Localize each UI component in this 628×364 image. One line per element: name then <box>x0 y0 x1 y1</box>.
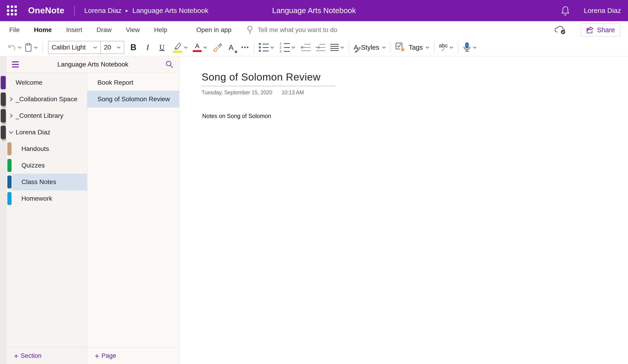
section-group-content-library[interactable]: _Content Library <box>6 108 87 124</box>
section-item-homework[interactable]: Homework <box>6 190 87 207</box>
clear-formatting-button[interactable]: A ◆ <box>226 40 236 55</box>
section-group-collaboration-space[interactable]: _Collaboration Space <box>6 91 87 108</box>
lightbulb-icon <box>246 25 254 35</box>
menu-file[interactable]: File <box>9 26 20 34</box>
font-size-select[interactable]: 20 <box>101 41 124 54</box>
decrease-indent-button[interactable] <box>299 40 312 55</box>
underline-button[interactable]: U <box>157 40 167 55</box>
notifications-bell-icon[interactable] <box>561 5 570 16</box>
breadcrumb-user[interactable]: Lorena Diaz <box>84 7 122 14</box>
search-button[interactable] <box>165 60 174 69</box>
microphone-icon <box>463 42 471 53</box>
bulleted-list-icon <box>259 43 269 52</box>
undo-dropdown-chevron-icon[interactable] <box>18 46 22 49</box>
font-color-button[interactable]: A <box>191 40 209 55</box>
paste-button[interactable] <box>23 40 39 55</box>
highlighter-chevron-icon[interactable] <box>184 46 188 49</box>
page-title[interactable]: Song of Solomon Review <box>201 71 335 86</box>
spell-check-chevron-icon[interactable] <box>450 46 453 49</box>
ribbon-menu-bar: File Home Insert Draw View Help Open in … <box>0 21 628 39</box>
numbered-list-chevron-icon[interactable] <box>291 46 295 49</box>
bold-button[interactable]: B <box>128 40 139 55</box>
account-name[interactable]: Lorena Diaz <box>584 7 621 14</box>
clear-formatting-glyph: A <box>229 44 233 50</box>
open-in-app-button[interactable]: Open in app <box>196 26 232 34</box>
class-notes-color-tab <box>7 176 11 188</box>
numbered-list-icon: 1 2 3 <box>279 42 290 53</box>
page-body-text[interactable]: Notes on Song of Solomon <box>201 113 628 120</box>
breadcrumb-notebook[interactable]: Language Arts Notebook <box>133 7 209 14</box>
menu-insert[interactable]: Insert <box>66 26 82 34</box>
highlighter-icon <box>172 42 182 53</box>
homework-color-tab <box>7 192 11 205</box>
sidebar-notebook-title: Language Arts Notebook <box>6 61 179 68</box>
font-name-select[interactable]: Calibri Light <box>48 41 101 54</box>
section-item-quizzes[interactable]: Quizzes <box>6 157 87 174</box>
breadcrumb-arrow-icon: ▸ <box>126 7 128 14</box>
sidebar-body: Welcome _Collaboration Space <box>6 72 179 364</box>
styles-button[interactable]: A Styles <box>352 40 387 55</box>
styles-label: Styles <box>361 44 379 51</box>
bulleted-list-button[interactable] <box>258 40 276 55</box>
page-item-book-report[interactable]: Book Report <box>87 74 179 91</box>
chevron-down-icon[interactable] <box>6 131 16 134</box>
tags-chevron-icon[interactable] <box>425 46 429 49</box>
font-name-chevron-icon <box>93 46 97 49</box>
toolbar-divider <box>434 42 434 53</box>
welcome-section-tab[interactable] <box>1 76 6 89</box>
app-launcher-waffle-icon[interactable] <box>7 5 17 16</box>
numbered-list-button[interactable]: 1 2 3 <box>278 40 297 55</box>
paste-dropdown-chevron-icon[interactable] <box>34 46 38 49</box>
onenote-app: OneNote Lorena Diaz ▸ Language Arts Note… <box>0 0 628 364</box>
more-formatting-button[interactable]: ••• <box>240 40 251 55</box>
dictate-chevron-icon[interactable] <box>473 46 477 49</box>
font-name-value: Calibri Light <box>52 44 86 51</box>
page-date: Tuesday, September 15, 2020 <box>202 89 272 96</box>
chevron-right-icon[interactable] <box>6 97 16 102</box>
share-button[interactable]: Share <box>581 23 620 37</box>
navigation-sidebar: Language Arts Notebook Welcome <box>6 56 179 364</box>
plus-icon: + <box>95 353 99 360</box>
format-painter-icon <box>212 43 222 52</box>
page-canvas[interactable]: Song of Solomon Review Tuesday, Septembe… <box>179 56 628 364</box>
app-name[interactable]: OneNote <box>28 6 65 15</box>
add-page-button[interactable]: + Page <box>87 347 179 364</box>
dictate-button[interactable] <box>462 40 478 55</box>
highlighter-button[interactable] <box>171 40 189 55</box>
menu-home[interactable]: Home <box>34 26 52 34</box>
underline-glyph: U <box>159 43 164 52</box>
section-group-lorena-diaz[interactable]: Lorena Diaz <box>6 124 87 141</box>
section-item-class-notes[interactable]: Class Notes <box>6 174 87 190</box>
lorena-diaz-group-tab[interactable] <box>1 126 6 139</box>
styles-chevron-icon[interactable] <box>382 46 386 49</box>
clear-formatting-diamond-icon: ◆ <box>234 49 237 54</box>
decrease-indent-icon <box>300 44 311 51</box>
formatting-toolbar: Calibri Light 20 B I U <box>0 39 628 56</box>
content-library-group-tab[interactable] <box>1 109 6 122</box>
undo-button[interactable] <box>6 40 23 55</box>
toolbar-divider <box>458 42 458 53</box>
collaboration-space-group-tab[interactable] <box>1 93 6 106</box>
italic-button[interactable]: I <box>142 40 153 55</box>
section-item-handouts[interactable]: Handouts <box>6 141 87 157</box>
menu-view[interactable]: View <box>126 26 140 34</box>
spell-check-button[interactable]: abc ✓ <box>437 40 455 55</box>
add-section-button[interactable]: + Section <box>6 347 87 364</box>
format-painter-button[interactable] <box>211 40 224 55</box>
bulleted-list-chevron-icon[interactable] <box>270 46 274 49</box>
increase-indent-button[interactable] <box>314 40 327 55</box>
highlight-color-bar <box>173 51 182 53</box>
italic-glyph: I <box>146 43 149 52</box>
tags-button[interactable]: Tags <box>394 40 431 55</box>
font-color-chevron-icon[interactable] <box>203 46 207 49</box>
hamburger-menu-icon[interactable] <box>12 61 19 67</box>
alignment-button[interactable] <box>329 40 346 55</box>
plus-icon: + <box>14 353 18 360</box>
section-item-welcome[interactable]: Welcome <box>6 74 87 91</box>
page-item-song-of-solomon-review[interactable]: Song of Solomon Review <box>87 91 179 108</box>
alignment-chevron-icon[interactable] <box>340 46 344 49</box>
menu-help[interactable]: Help <box>154 26 167 34</box>
menu-draw[interactable]: Draw <box>96 26 111 34</box>
chevron-right-icon[interactable] <box>6 113 16 118</box>
tell-me-search[interactable]: Tell me what you want to do <box>246 25 337 35</box>
